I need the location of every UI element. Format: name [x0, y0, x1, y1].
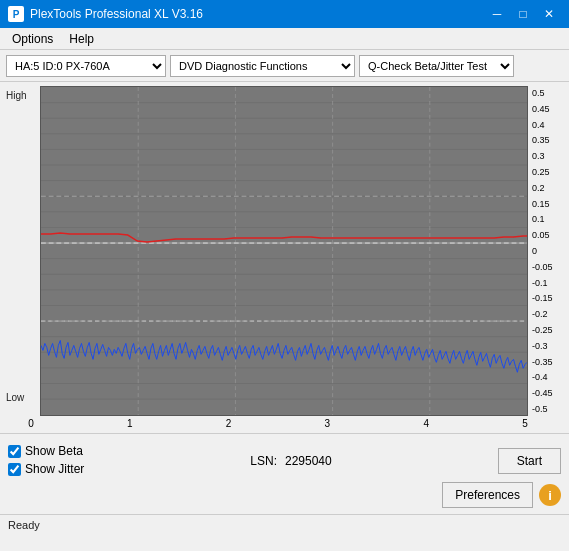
window-title: PlexTools Professional XL V3.16 — [30, 7, 203, 21]
status-text: Ready — [8, 519, 40, 531]
y-label-0: 0.5 — [532, 88, 563, 98]
y-label-11: -0.05 — [532, 262, 563, 272]
x-label-3: 3 — [322, 418, 332, 429]
x-label-1: 1 — [125, 418, 135, 429]
chart-area — [40, 86, 528, 416]
toolbar: HA:5 ID:0 PX-760A DVD Diagnostic Functio… — [0, 50, 569, 82]
show-beta-row: Show Beta — [8, 444, 84, 458]
title-bar: P PlexTools Professional XL V3.16 ─ □ ✕ — [0, 0, 569, 28]
y-label-4: 0.3 — [532, 151, 563, 161]
x-label-2: 2 — [224, 418, 234, 429]
close-button[interactable]: ✕ — [537, 4, 561, 24]
minimize-button[interactable]: ─ — [485, 4, 509, 24]
menu-bar: Options Help — [0, 28, 569, 50]
test-dropdown[interactable]: Q-Check Beta/Jitter Test — [359, 55, 514, 77]
y-label-19: -0.45 — [532, 388, 563, 398]
lsn-label: LSN: — [250, 454, 277, 468]
menu-options[interactable]: Options — [4, 30, 61, 48]
lsn-value: 2295040 — [285, 454, 332, 468]
chart-section: High Low — [0, 82, 569, 429]
function-dropdown[interactable]: DVD Diagnostic Functions — [170, 55, 355, 77]
app-icon: P — [8, 6, 24, 22]
menu-help[interactable]: Help — [61, 30, 102, 48]
y-label-13: -0.15 — [532, 293, 563, 303]
show-jitter-label: Show Jitter — [25, 462, 84, 476]
y-label-2: 0.4 — [532, 120, 563, 130]
x-label-0: 0 — [26, 418, 36, 429]
bottom-panel: Show Beta Show Jitter LSN: 2295040 Start… — [0, 438, 569, 514]
y-label-14: -0.2 — [532, 309, 563, 319]
y-label-10: 0 — [532, 246, 563, 256]
y-label-3: 0.35 — [532, 135, 563, 145]
status-bar: Ready — [0, 514, 569, 534]
y-label-20: -0.5 — [532, 404, 563, 414]
y-label-16: -0.3 — [532, 341, 563, 351]
info-button[interactable]: i — [539, 484, 561, 506]
show-beta-label: Show Beta — [25, 444, 83, 458]
y-label-7: 0.15 — [532, 199, 563, 209]
y-label-6: 0.2 — [532, 183, 563, 193]
chart-high-label: High — [6, 90, 20, 101]
preferences-button[interactable]: Preferences — [442, 482, 533, 508]
y-label-17: -0.35 — [532, 357, 563, 367]
x-label-4: 4 — [421, 418, 431, 429]
y-label-5: 0.25 — [532, 167, 563, 177]
window-controls: ─ □ ✕ — [485, 4, 561, 24]
show-beta-checkbox[interactable] — [8, 445, 21, 458]
y-axis-labels: 0.5 0.45 0.4 0.35 0.3 0.25 0.2 0.15 0.1 … — [528, 86, 563, 416]
y-label-1: 0.45 — [532, 104, 563, 114]
device-dropdown[interactable]: HA:5 ID:0 PX-760A — [6, 55, 166, 77]
y-label-18: -0.4 — [532, 372, 563, 382]
y-label-9: 0.05 — [532, 230, 563, 240]
show-jitter-row: Show Jitter — [8, 462, 84, 476]
y-label-15: -0.25 — [532, 325, 563, 335]
chart-low-label: Low — [6, 392, 20, 403]
show-jitter-checkbox[interactable] — [8, 463, 21, 476]
start-button[interactable]: Start — [498, 448, 561, 474]
lsn-display: LSN: 2295040 — [250, 454, 331, 468]
maximize-button[interactable]: □ — [511, 4, 535, 24]
y-label-8: 0.1 — [532, 214, 563, 224]
x-axis-labels: 0 1 2 3 4 5 — [26, 418, 530, 429]
x-label-5: 5 — [520, 418, 530, 429]
y-label-12: -0.1 — [532, 278, 563, 288]
svg-rect-0 — [41, 87, 527, 415]
